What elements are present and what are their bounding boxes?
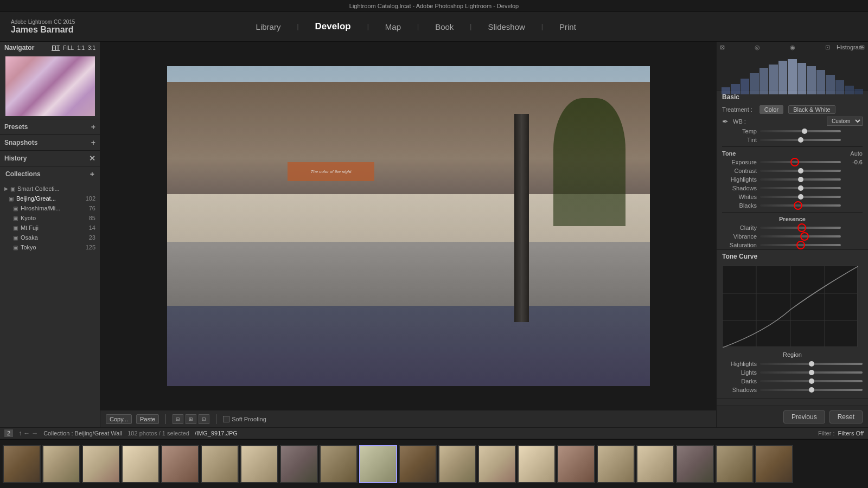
- clarity-slider-thumb[interactable]: [797, 223, 806, 232]
- contrast-slider-thumb[interactable]: [798, 168, 803, 174]
- filmstrip-thumb-16[interactable]: [597, 445, 635, 483]
- tint-slider-thumb[interactable]: [798, 137, 803, 143]
- presets-add-icon[interactable]: +: [91, 123, 95, 131]
- photo-area[interactable]: The color of the night: [100, 42, 716, 410]
- arrow-up-icon[interactable]: ↑: [18, 429, 22, 437]
- filmstrip-thumb-7[interactable]: [240, 445, 278, 483]
- shadows-slider-track[interactable]: [760, 187, 841, 189]
- grid-view-icon[interactable]: ⊟: [173, 414, 183, 424]
- hist-icon-3[interactable]: ◉: [790, 44, 795, 51]
- loupe-view-icon[interactable]: ⊞: [186, 414, 196, 424]
- region-shadows-thumb[interactable]: [809, 387, 814, 393]
- collections-group-expand[interactable]: ▶ ▣ Smart Collecti...: [0, 184, 100, 194]
- blacks-slider-track[interactable]: [760, 204, 841, 207]
- saturation-slider-track[interactable]: [760, 244, 841, 246]
- filmstrip-thumb-20[interactable]: [755, 445, 793, 483]
- vibrance-slider-track[interactable]: [760, 235, 841, 237]
- eyedropper-icon[interactable]: ✒: [722, 117, 729, 126]
- exposure-slider-thumb[interactable]: [790, 158, 799, 166]
- tone-curve-canvas[interactable]: [722, 266, 858, 347]
- highlights-slider-thumb[interactable]: [798, 177, 803, 182]
- tone-curve-header[interactable]: Tone Curve: [717, 250, 868, 263]
- bw-treatment-btn[interactable]: Black & White: [788, 105, 835, 114]
- temp-slider-thumb[interactable]: [802, 129, 807, 134]
- snapshots-header[interactable]: Snapshots +: [0, 135, 100, 150]
- fit-btn[interactable]: FIT: [52, 45, 60, 51]
- snapshots-add-icon[interactable]: +: [91, 138, 95, 147]
- filmstrip-thumb-9[interactable]: [320, 445, 358, 483]
- filmstrip-thumb-11[interactable]: [399, 445, 437, 483]
- 1to1-btn[interactable]: 1:1: [77, 45, 85, 51]
- blacks-slider-thumb[interactable]: [794, 201, 802, 210]
- collection-osaka[interactable]: ▣ Osaka 23: [0, 233, 100, 242]
- hist-icon-1[interactable]: ⊠: [720, 44, 725, 51]
- collections-add-icon[interactable]: +: [90, 170, 94, 178]
- tint-slider-track[interactable]: [760, 139, 841, 141]
- fill-btn[interactable]: FILL: [63, 45, 74, 51]
- nav-book[interactable]: Book: [435, 22, 454, 31]
- filmstrip-thumb-14[interactable]: [518, 445, 556, 483]
- region-highlights-track[interactable]: [760, 363, 863, 365]
- filmstrip-thumb-3[interactable]: [82, 445, 120, 483]
- region-lights-thumb[interactable]: [809, 370, 814, 375]
- filmstrip-thumb-19[interactable]: [716, 445, 754, 483]
- history-close-icon[interactable]: ✕: [89, 154, 95, 163]
- clarity-slider-track[interactable]: [760, 227, 841, 229]
- collection-kyoto[interactable]: ▣ Kyoto 85: [0, 213, 100, 223]
- region-darks-track[interactable]: [760, 380, 863, 382]
- copy-button[interactable]: Copy...: [106, 414, 132, 424]
- color-treatment-btn[interactable]: Color: [760, 105, 783, 114]
- saturation-slider-thumb[interactable]: [796, 241, 805, 249]
- compare-view-icon[interactable]: ⊡: [199, 414, 209, 424]
- filmstrip-thumb-8[interactable]: [280, 445, 318, 483]
- soft-proofing-toggle[interactable]: Soft Proofing: [223, 416, 266, 422]
- collection-hiroshima[interactable]: ▣ Hiroshima/Mi... 76: [0, 203, 100, 213]
- contrast-slider-track[interactable]: [760, 170, 841, 172]
- region-shadows-track[interactable]: [760, 389, 863, 391]
- hist-icon-4[interactable]: ⊡: [825, 44, 830, 51]
- collection-mtfuji[interactable]: ▣ Mt Fuji 14: [0, 223, 100, 233]
- filmstrip-thumb-6[interactable]: [201, 445, 239, 483]
- filmstrip-thumb-4[interactable]: [122, 445, 159, 483]
- presets-header[interactable]: Presets +: [0, 119, 100, 134]
- nav-develop[interactable]: Develop: [315, 21, 351, 32]
- 3to1-btn[interactable]: 3:1: [88, 45, 95, 51]
- filmstrip-thumb-12[interactable]: [438, 445, 476, 483]
- shadows-slider-thumb[interactable]: [798, 185, 803, 191]
- filmstrip-thumb-18[interactable]: [676, 445, 714, 483]
- auto-btn[interactable]: Auto: [850, 150, 863, 157]
- filmstrip-thumb-2[interactable]: [42, 445, 80, 483]
- nav-library[interactable]: Library: [256, 22, 281, 31]
- exposure-slider-track[interactable]: [760, 161, 841, 163]
- navigator-preview[interactable]: [5, 56, 95, 116]
- filmstrip-thumb-10[interactable]: [359, 445, 397, 483]
- collection-tokyo[interactable]: ▣ Tokyo 125: [0, 242, 100, 252]
- vibrance-slider-thumb[interactable]: [800, 232, 809, 241]
- collection-beijing[interactable]: ▣ Beijing/Great... 102: [0, 194, 100, 203]
- region-lights-track[interactable]: [760, 371, 863, 374]
- highlights-slider-track[interactable]: [760, 178, 841, 181]
- filmstrip-thumb-13[interactable]: [478, 445, 516, 483]
- soft-proofing-checkbox[interactable]: [223, 416, 229, 422]
- collections-header[interactable]: Collections +: [0, 166, 100, 182]
- whites-slider-thumb[interactable]: [798, 194, 803, 200]
- filmstrip-thumb-5[interactable]: [161, 445, 199, 483]
- temp-slider-track[interactable]: [760, 130, 841, 132]
- nav-map[interactable]: Map: [385, 22, 401, 31]
- region-highlights-thumb[interactable]: [809, 361, 814, 367]
- history-header[interactable]: History ✕: [0, 151, 100, 166]
- filmstrip-thumb-15[interactable]: [557, 445, 595, 483]
- whites-slider-track[interactable]: [760, 196, 841, 198]
- region-darks-thumb[interactable]: [809, 378, 814, 384]
- arrow-right-icon[interactable]: →: [31, 429, 38, 437]
- arrow-left-icon[interactable]: ←: [23, 429, 30, 437]
- nav-print[interactable]: Print: [559, 22, 576, 31]
- hist-icon-2[interactable]: ◎: [755, 44, 760, 51]
- filmstrip-thumb-17[interactable]: [636, 445, 674, 483]
- filter-value[interactable]: Filters Off: [838, 430, 864, 436]
- filmstrip-thumb-1[interactable]: [3, 445, 41, 483]
- wb-dropdown[interactable]: Custom Auto As Shot: [827, 117, 863, 126]
- paste-button[interactable]: Paste: [136, 414, 159, 424]
- nav-slideshow[interactable]: Slideshow: [488, 22, 525, 31]
- reset-button[interactable]: Reset: [829, 410, 863, 423]
